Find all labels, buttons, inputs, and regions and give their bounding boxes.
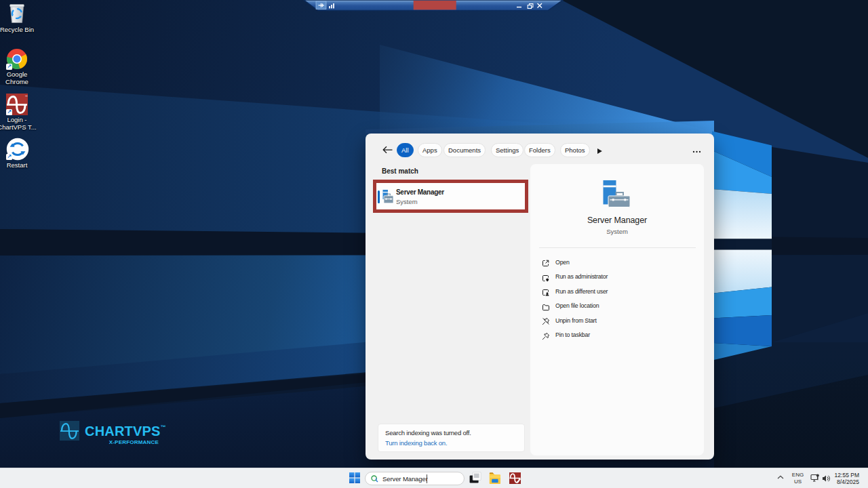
svg-text:™: ™ (25, 95, 28, 98)
